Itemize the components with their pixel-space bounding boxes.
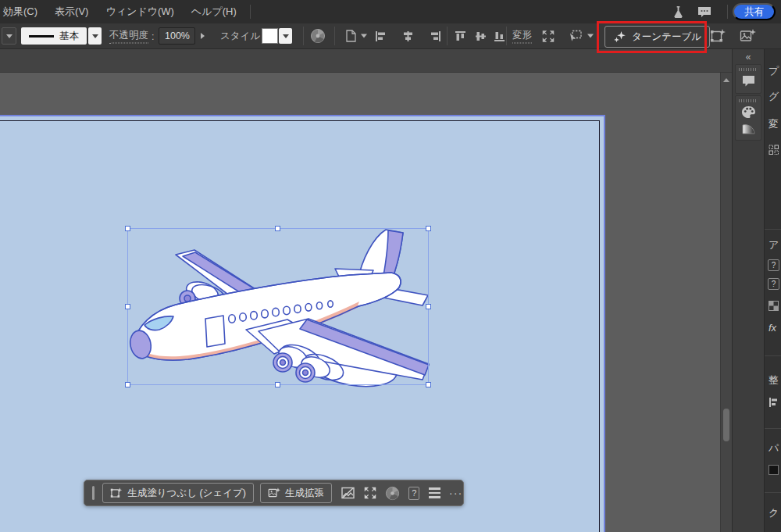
document-tab-strip	[0, 49, 732, 73]
generative-image-icon[interactable]	[740, 28, 756, 44]
select-similar-icon[interactable]	[568, 30, 594, 43]
vertical-scrollbar[interactable]	[720, 73, 732, 532]
generative-vector-icon	[110, 487, 123, 499]
remove-background-icon[interactable]	[341, 485, 355, 501]
menu-icon[interactable]	[429, 487, 440, 498]
pattern-grid-icon[interactable]	[769, 145, 779, 158]
transform-link[interactable]: 変形	[512, 29, 532, 44]
generative-vector-icon[interactable]	[710, 28, 726, 44]
align-hcenter-icon[interactable]	[401, 30, 414, 42]
divider	[447, 27, 448, 45]
taskbar-drag-handle[interactable]	[92, 486, 95, 500]
menu-bar-right: 共有	[669, 3, 781, 20]
scale-arrows-icon[interactable]	[542, 30, 555, 42]
selection-handle-nw[interactable]	[125, 226, 130, 231]
generative-expand-label: 生成拡張	[285, 487, 324, 500]
turntable-button[interactable]: ターンテーブル	[604, 26, 710, 48]
menu-effect[interactable]: 効果(C)	[0, 5, 46, 19]
selection-bounding-box[interactable]	[127, 228, 429, 385]
document-setup-icon[interactable]	[344, 30, 367, 43]
comments-panel-icon[interactable]	[736, 74, 761, 87]
selection-handle-w[interactable]	[125, 304, 130, 309]
section-appearance: ア	[769, 238, 779, 252]
dock-gripper[interactable]	[739, 99, 758, 102]
generative-expand-button[interactable]: 生成拡張	[260, 483, 332, 503]
opacity-value-field[interactable]: 100%	[159, 27, 195, 45]
divider	[334, 27, 335, 45]
scale-arrows-icon[interactable]	[364, 485, 376, 501]
recolor-artwork-icon[interactable]	[385, 485, 400, 501]
align-vcenter-icon[interactable]	[474, 30, 487, 42]
align-bottom-icon[interactable]	[493, 30, 505, 42]
generative-fill-label: 生成塗りつぶし (シェイプ)	[127, 487, 246, 500]
align-mini-icon[interactable]	[769, 397, 778, 410]
panel-divider	[765, 355, 781, 356]
scroll-up-arrow-icon[interactable]	[723, 78, 729, 82]
section-align: 整	[769, 373, 779, 387]
help-icon[interactable]: ?	[408, 487, 419, 500]
panel-tab-graphic[interactable]: グ	[769, 90, 779, 104]
selection-handle-e[interactable]	[426, 304, 431, 309]
menu-window[interactable]: ウィンドウ(W)	[97, 5, 182, 19]
stroke-style-chevron[interactable]	[88, 27, 102, 45]
section-pathfinder: パ	[769, 441, 779, 455]
panel-tab-properties[interactable]: プ	[769, 64, 779, 78]
menu-view[interactable]: 表示(V)	[46, 5, 97, 19]
stroke-style-dropdown[interactable]: 基本	[21, 27, 87, 45]
style-swatch-chevron[interactable]	[279, 28, 292, 44]
selection-handle-s[interactable]	[275, 382, 280, 387]
beta-flask-icon[interactable]	[669, 4, 686, 20]
menu-right-divider	[727, 5, 728, 19]
divider	[506, 27, 507, 45]
opacity-expand-chevron[interactable]	[201, 33, 205, 39]
gradient-panel-icon[interactable]	[736, 121, 761, 134]
section-quick-actions: ク	[769, 506, 779, 520]
share-button[interactable]: 共有	[733, 3, 776, 20]
contextual-task-bar: 生成塗りつぶし (シェイプ) 生成拡張 ? ...	[84, 480, 464, 506]
selection-handle-n[interactable]	[275, 226, 280, 231]
menu-divider	[250, 5, 251, 19]
pathfinder-swatch-icon[interactable]	[769, 465, 779, 475]
align-left-icon[interactable]	[374, 30, 387, 42]
panel-divider	[765, 229, 781, 230]
section-transform: 変	[769, 117, 779, 131]
sparkles-icon	[613, 30, 626, 44]
generative-image-icon	[268, 487, 280, 499]
scrollbar-thumb[interactable]	[723, 409, 729, 441]
collapse-dock-icon[interactable]: «	[733, 51, 764, 63]
align-top-icon[interactable]	[454, 30, 466, 42]
control-bar: 基本 不透明度 : 100% スタイル: 変形	[0, 23, 781, 49]
feedback-bubble-icon[interactable]	[696, 4, 713, 20]
panel-icon-dock: «	[732, 49, 764, 532]
align-right-icon[interactable]	[429, 30, 441, 42]
stroke-help-icon[interactable]: ?	[768, 278, 779, 290]
variable-width-dropdown[interactable]	[2, 27, 16, 45]
generative-fill-button[interactable]: 生成塗りつぶし (シェイプ)	[102, 483, 254, 503]
more-options-icon[interactable]: ...	[449, 484, 463, 502]
selection-handle-sw[interactable]	[125, 382, 130, 387]
style-swatch[interactable]	[262, 28, 278, 44]
turntable-label: ターンテーブル	[632, 30, 701, 44]
style-label: スタイル:	[220, 30, 266, 43]
color-palette-panel-icon[interactable]	[736, 105, 761, 119]
divider	[303, 27, 304, 45]
panel-divider	[765, 428, 781, 429]
opacity-checker-icon[interactable]	[769, 301, 779, 313]
selection-handle-se[interactable]	[426, 382, 431, 387]
dock-group	[735, 95, 761, 141]
menu-help[interactable]: ヘルプ(H)	[183, 5, 245, 19]
panel-divider	[765, 492, 781, 493]
stroke-preview-line	[29, 35, 54, 37]
recolor-artwork-icon[interactable]	[310, 28, 326, 44]
dock-group	[735, 64, 761, 94]
menu-bar: 効果(C) 表示(V) ウィンドウ(W) ヘルプ(H) 共有	[0, 0, 781, 23]
effects-fx-label[interactable]: fx	[769, 322, 776, 334]
opacity-label[interactable]: 不透明度 :	[109, 29, 154, 44]
properties-panel-clipped: プ グ 変 ア ? ? fx 整 パ ク	[764, 49, 781, 532]
selection-handle-ne[interactable]	[426, 226, 431, 231]
fill-help-icon[interactable]: ?	[768, 259, 779, 271]
dock-gripper[interactable]	[739, 68, 758, 71]
stroke-style-value: 基本	[59, 30, 79, 43]
